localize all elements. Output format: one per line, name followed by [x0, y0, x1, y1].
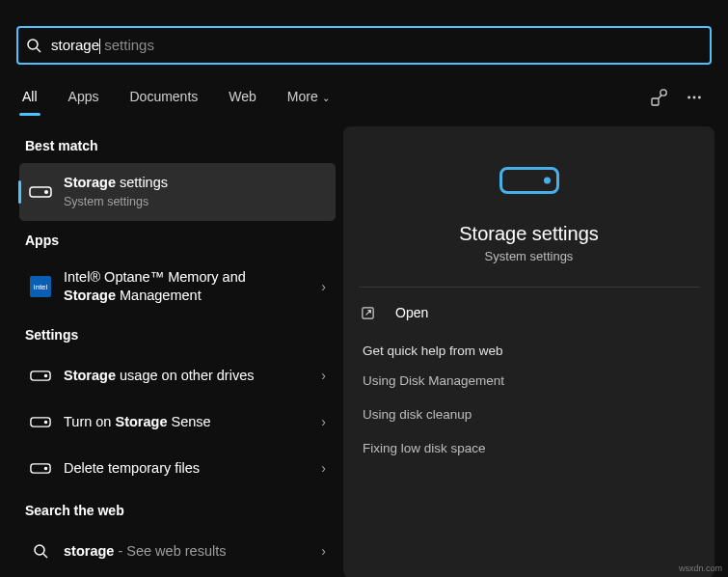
svg-point-5	[688, 96, 690, 99]
chevron-right-icon: ›	[321, 414, 326, 429]
result-text: Turn on Storage Sense	[64, 413, 321, 431]
section-settings: Settings	[19, 316, 336, 352]
open-icon	[361, 306, 378, 320]
section-apps: Apps	[19, 221, 336, 258]
result-text: Storage usage on other drives	[64, 367, 321, 385]
line2-bold: Storage	[64, 288, 116, 303]
svg-line-4	[659, 96, 661, 99]
svg-point-9	[45, 191, 48, 194]
tab-all[interactable]: All	[16, 81, 43, 114]
svg-rect-2	[652, 98, 659, 105]
more-options-button[interactable]	[677, 80, 712, 115]
detail-hero: Storage settings System settings	[359, 126, 699, 288]
storage-hero-icon	[499, 167, 559, 194]
action-open-label: Open	[395, 305, 428, 320]
results-list: Best match Storage settings System setti…	[0, 126, 336, 577]
result-subtitle: System settings	[64, 194, 326, 209]
help-section-title: Get quick help from web	[343, 334, 715, 364]
chevron-right-icon: ›	[321, 543, 326, 559]
search-icon	[27, 537, 54, 564]
svg-point-13	[44, 421, 46, 423]
tab-apps[interactable]: Apps	[63, 81, 105, 114]
help-link-low-disk-space[interactable]: Fixing low disk space	[343, 431, 715, 465]
result-text: Intel® Optane™ Memory and Storage Manage…	[64, 268, 321, 305]
result-text: Delete temporary files	[64, 459, 321, 478]
tab-more[interactable]: More⌄	[282, 81, 336, 114]
line2-rest: Management	[116, 288, 202, 303]
result-web-search[interactable]: storage - See web results ›	[19, 528, 336, 574]
chevron-down-icon: ⌄	[322, 93, 330, 103]
optane-icon: intel	[27, 273, 54, 300]
result-text: Storage settings System settings	[64, 174, 326, 209]
help-link-disk-cleanup[interactable]: Using disk cleanup	[343, 398, 715, 431]
search-suggestion-text: settings	[100, 37, 154, 53]
chevron-right-icon: ›	[321, 279, 326, 294]
search-typed-text: storage	[51, 37, 99, 53]
detail-subtitle: System settings	[485, 249, 574, 263]
chevron-right-icon: ›	[321, 460, 326, 476]
detail-title: Storage settings	[459, 223, 599, 245]
detail-panel: Storage settings System settings Open Ge…	[343, 126, 715, 577]
results-area: Best match Storage settings System setti…	[0, 126, 728, 577]
section-search-web: Search the web	[19, 491, 336, 528]
svg-point-0	[28, 40, 38, 49]
watermark: wsxdn.com	[679, 563, 722, 573]
result-app-optane[interactable]: intel Intel® Optane™ Memory and Storage …	[19, 258, 336, 316]
svg-line-1	[37, 48, 40, 52]
tab-documents[interactable]: Documents	[123, 81, 203, 114]
svg-point-7	[698, 96, 701, 99]
section-best-match: Best match	[19, 126, 336, 163]
storage-icon	[27, 179, 54, 206]
svg-point-11	[44, 374, 46, 376]
storage-icon	[27, 408, 54, 435]
storage-icon	[27, 362, 54, 389]
chevron-right-icon: ›	[321, 368, 326, 383]
tab-web[interactable]: Web	[223, 81, 262, 114]
result-setting-usage[interactable]: Storage usage on other drives ›	[19, 352, 336, 398]
svg-point-15	[44, 467, 46, 469]
help-link-disk-management[interactable]: Using Disk Management	[343, 364, 715, 398]
search-icon	[26, 38, 41, 53]
filter-tabs: All Apps Documents Web More⌄	[16, 78, 712, 117]
result-text: storage - See web results	[64, 542, 321, 561]
search-input[interactable]: storage settings	[51, 37, 154, 54]
result-setting-sense[interactable]: Turn on Storage Sense ›	[19, 398, 336, 445]
result-best-match[interactable]: Storage settings System settings	[19, 163, 336, 221]
svg-line-17	[43, 554, 47, 558]
storage-icon	[27, 454, 54, 481]
action-open[interactable]: Open	[343, 291, 715, 334]
tab-more-label: More	[287, 89, 318, 104]
search-bar[interactable]: storage settings	[16, 26, 712, 65]
result-title-rest: settings	[116, 175, 168, 190]
result-setting-delete-temp[interactable]: Delete temporary files ›	[19, 445, 336, 491]
svg-point-6	[693, 96, 696, 99]
line1: Intel® Optane™ Memory and	[64, 269, 246, 285]
org-search-button[interactable]	[642, 80, 677, 115]
svg-point-3	[661, 90, 666, 96]
svg-point-16	[35, 545, 44, 555]
result-title-bold: Storage	[64, 175, 116, 190]
